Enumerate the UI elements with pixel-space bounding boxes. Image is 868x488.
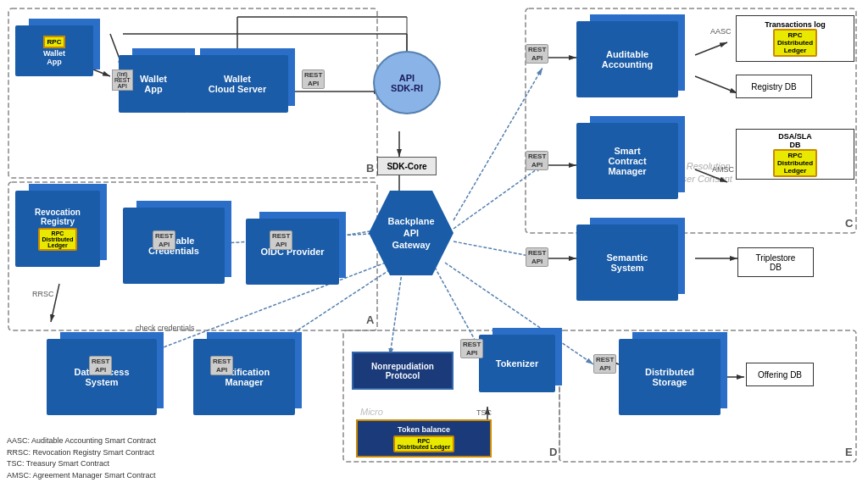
- auditable-accounting-label: AuditableAccounting: [602, 49, 654, 69]
- dsa-sla-label: DSA/SLADB: [778, 132, 812, 149]
- distributed-storage-label: DistributedStorage: [645, 367, 694, 387]
- registry-db-box: Registry DB: [736, 75, 812, 98]
- auditable-accounting-cube: AuditableAccounting: [576, 21, 687, 106]
- revocation-registry-cube: RevocationRegistry RPCDistributedLedger: [15, 191, 108, 275]
- sdk-core-label: SDK-Core: [387, 162, 426, 171]
- nonrepudiation-box: NonrepudiationProtocol: [352, 352, 453, 390]
- footnotes: AASC: Auditable Accounting Smart Contrac…: [7, 435, 156, 481]
- footnote-aasc: AASC: Auditable Accounting Smart Contrac…: [7, 435, 156, 447]
- token-balance-label: Token balance: [398, 425, 450, 434]
- footnote-amsc: AMSC: Agreement Manager Smart Contract: [7, 470, 156, 482]
- offering-db-label: Offering DB: [758, 370, 802, 380]
- rest-badge-vc: RESTAPI: [153, 230, 175, 250]
- wallet-cloud-label: WalletCloud Server: [209, 74, 266, 94]
- data-access-cube: Data AccessSystem: [47, 339, 165, 424]
- diagram-container: B A C D E Conflict Resolution Explicit-u…: [0, 0, 868, 488]
- aasc-label: AASC: [710, 27, 732, 36]
- transactions-log-label: Transactions log: [765, 20, 826, 29]
- svg-line-33: [695, 42, 727, 55]
- svg-line-23: [432, 263, 479, 347]
- rest-badge-auditable: RESTAPI: [526, 44, 548, 64]
- dsa-sla-box: DSA/SLADB RPCDistributedLedger: [736, 129, 854, 180]
- rpc-badge-wallet: RPC: [43, 36, 65, 48]
- svg-text:C: C: [845, 217, 854, 230]
- svg-text:B: B: [366, 162, 374, 175]
- svg-line-19: [453, 68, 542, 220]
- token-balance-box: Token balance RPCDistributed Ledger: [356, 419, 492, 458]
- rest-badge-notification: RESTAPI: [210, 356, 233, 375]
- api-sdk-ri-oval: APISDK-RI: [373, 51, 441, 114]
- amsc-label: AMSC: [712, 165, 734, 174]
- backplane-hexagon: BackplaneAPIGateway: [369, 191, 453, 275]
- footnote-rrsc: RRSC: Revocation Registry Smart Contract: [7, 447, 156, 459]
- rpc-badge-revocation: RPCDistributedLedger: [38, 228, 78, 251]
- backplane-label: BackplaneAPIGateway: [387, 215, 434, 252]
- rest-badge-storage: RESTAPI: [593, 354, 616, 374]
- int-rest-api-badge: (Int)RESTAPI: [112, 69, 133, 91]
- rest-badge-smart-contract: RESTAPI: [526, 151, 548, 170]
- rpc-badge-transactions: RPCDistributedLedger: [773, 29, 817, 57]
- distributed-storage-cube: DistributedStorage: [619, 339, 729, 424]
- semantic-system-cube: SemanticSystem: [576, 225, 687, 309]
- triplestore-label: TriplestoreDB: [756, 253, 796, 272]
- rest-badge-oidc: RESTAPI: [270, 230, 292, 250]
- rpc-badge-dsa: RPCDistributedLedger: [773, 149, 817, 177]
- notification-cube: NotificationManager: [193, 339, 303, 424]
- rest-badge-tokenizer: RESTAPI: [460, 339, 483, 358]
- semantic-system-label: SemanticSystem: [607, 252, 648, 273]
- wallet-rpc-label: WalletApp: [43, 49, 65, 66]
- tsc-label: TSC: [476, 408, 492, 417]
- footnote-tsc: TSC: Treasury Smart Contract: [7, 458, 156, 470]
- svg-text:E: E: [845, 446, 853, 458]
- svg-line-20: [453, 165, 542, 229]
- micro-payments-label: Micro: [360, 407, 383, 417]
- rest-badge-wallet-cloud: RESTAPI: [302, 69, 325, 89]
- rest-badge-data-access: RESTAPI: [89, 356, 112, 375]
- oidc-provider-cube: OIDC Provider: [246, 219, 348, 291]
- wallet-cloud-cube: WalletCloud Server: [186, 55, 297, 119]
- rpc-dl-wallet-cube: RPC WalletApp: [15, 25, 100, 80]
- triplestore-db-box: TriplestoreDB: [737, 247, 814, 277]
- nonrepudiation-label: NonrepudiationProtocol: [371, 362, 434, 380]
- svg-text:A: A: [366, 313, 375, 326]
- transactions-log-box: Transactions log RPCDistributedLedger: [736, 15, 854, 62]
- svg-line-28: [390, 267, 403, 356]
- tokenizer-label: Tokenizer: [496, 358, 539, 369]
- svg-line-35: [695, 76, 737, 93]
- smart-contract-label: SmartContractManager: [608, 146, 646, 176]
- api-sdk-ri-label: APISDK-RI: [391, 73, 423, 93]
- svg-text:D: D: [549, 446, 557, 458]
- offering-db-box: Offering DB: [746, 363, 814, 386]
- smart-contract-cube: SmartContractManager: [576, 123, 687, 208]
- rrsc-label: RRSC: [32, 290, 54, 298]
- registry-db-label: Registry DB: [751, 82, 796, 92]
- rpc-badge-token: RPCDistributed Ledger: [393, 435, 454, 452]
- verifiable-credentials-cube: VerifiableCredentials: [123, 208, 233, 292]
- check-credentials-label: check credentials: [136, 324, 195, 332]
- rest-badge-semantic: RESTAPI: [526, 247, 548, 267]
- tokenizer-cube: Tokenizer: [479, 335, 564, 398]
- sdk-core-box: SDK-Core: [377, 157, 437, 175]
- wallet-app-label: WalletApp: [140, 74, 167, 94]
